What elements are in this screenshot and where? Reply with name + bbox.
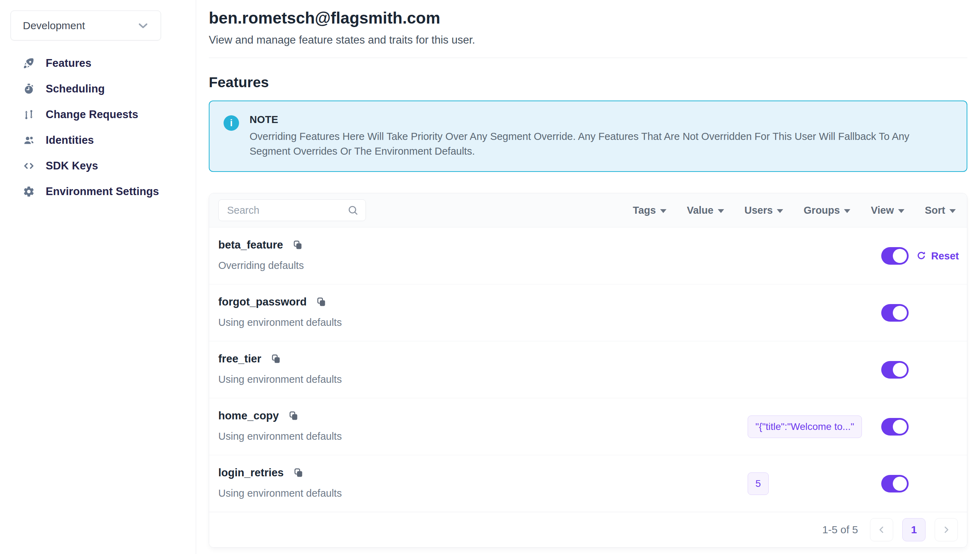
page-title: ben.rometsch@flagsmith.com [209, 8, 967, 27]
refresh-icon [916, 250, 927, 261]
filter-label: Groups [803, 205, 840, 216]
feature-status: Using environment defaults [218, 431, 342, 442]
copy-icon[interactable] [316, 296, 327, 307]
feature-name: forgot_password [218, 296, 307, 308]
sidebar-item-change-requests[interactable]: Change Requests [0, 102, 196, 127]
stopwatch-icon [22, 83, 35, 95]
features-panel: TagsValueUsersGroupsViewSort beta_featur… [209, 193, 967, 548]
copy-icon[interactable] [270, 353, 282, 365]
sidebar-item-label: Identities [46, 134, 94, 146]
note-text: Overriding Features Here Will Take Prior… [250, 129, 931, 159]
rocket-icon [22, 57, 35, 70]
gear-icon [22, 185, 35, 198]
sidebar-item-label: Change Requests [46, 108, 138, 121]
toggle-knob [893, 306, 907, 320]
feature-row[interactable]: login_retriesUsing environment defaults5 [209, 455, 967, 512]
feature-row[interactable]: free_tierUsing environment defaults [209, 341, 967, 398]
toggle-knob [893, 249, 907, 263]
reset-button[interactable]: Reset [916, 250, 959, 261]
page-number-button[interactable]: 1 [902, 518, 926, 541]
filter-label: View [871, 205, 894, 216]
sidebar-item-label: SDK Keys [46, 159, 98, 172]
code-icon [22, 159, 35, 172]
feature-toggle[interactable] [881, 361, 908, 379]
filter-label: Tags [633, 205, 656, 216]
pagination-summary: 1-5 of 5 [822, 524, 858, 536]
next-page-button[interactable] [935, 518, 958, 541]
feature-status: Using environment defaults [218, 374, 342, 385]
filter-label: Users [745, 205, 773, 216]
caret-down-icon [718, 209, 724, 213]
users-icon [22, 134, 35, 146]
sidebar: Development FeaturesSchedulingChange Req… [0, 0, 196, 554]
reset-label: Reset [931, 250, 959, 261]
caret-down-icon [660, 209, 667, 213]
sidebar-item-features[interactable]: Features [0, 50, 196, 76]
feature-toggle[interactable] [881, 418, 908, 436]
caret-down-icon [950, 209, 956, 213]
feature-toggle[interactable] [881, 304, 908, 322]
feature-name: login_retries [218, 466, 284, 479]
feature-row[interactable]: forgot_passwordUsing environment default… [209, 284, 967, 341]
filter-value[interactable]: Value [687, 205, 724, 216]
feature-rows: beta_featureOverriding defaultsResetforg… [209, 228, 967, 512]
filter-users[interactable]: Users [745, 205, 784, 216]
caret-down-icon [898, 209, 904, 213]
search-wrap [218, 199, 366, 221]
filter-sort[interactable]: Sort [925, 205, 956, 216]
sidebar-item-sdk-keys[interactable]: SDK Keys [0, 153, 196, 178]
feature-status: Using environment defaults [218, 317, 342, 328]
note-banner: i NOTE Overriding Features Here Will Tak… [209, 100, 967, 172]
pagination: 1-5 of 5 1 [209, 512, 967, 547]
sidebar-item-identities[interactable]: Identities [0, 127, 196, 153]
feature-status: Using environment defaults [218, 487, 342, 499]
sidebar-item-environment-settings[interactable]: Environment Settings [0, 178, 196, 204]
feature-name: free_tier [218, 353, 261, 365]
sidebar-item-label: Features [46, 57, 91, 70]
feature-name: home_copy [218, 409, 279, 422]
filter-bar: TagsValueUsersGroupsViewSort [633, 205, 958, 216]
filter-label: Value [687, 205, 714, 216]
main-content: ben.rometsch@flagsmith.com View and mana… [209, 0, 967, 548]
copy-icon[interactable] [292, 239, 303, 251]
git-pull-request-icon [22, 108, 35, 121]
feature-row[interactable]: home_copyUsing environment defaults"{"ti… [209, 398, 967, 455]
toggle-knob [893, 420, 907, 434]
feature-name: beta_feature [218, 239, 283, 252]
feature-value-chip[interactable]: 5 [748, 473, 769, 495]
caret-down-icon [777, 209, 783, 213]
feature-row[interactable]: beta_featureOverriding defaultsReset [209, 228, 967, 284]
note-title: NOTE [250, 114, 931, 126]
search-input[interactable] [218, 199, 366, 221]
filter-label: Sort [925, 205, 945, 216]
features-toolbar: TagsValueUsersGroupsViewSort [209, 193, 967, 228]
filter-tags[interactable]: Tags [633, 205, 667, 216]
chevron-down-icon [136, 19, 150, 33]
page-subtitle: View and manage feature states and trait… [209, 34, 967, 46]
filter-groups[interactable]: Groups [803, 205, 850, 216]
sidebar-item-scheduling[interactable]: Scheduling [0, 76, 196, 102]
copy-icon[interactable] [293, 467, 304, 478]
filter-view[interactable]: View [871, 205, 904, 216]
environment-selector[interactable]: Development [11, 11, 161, 40]
copy-icon[interactable] [288, 410, 299, 422]
feature-value-chip[interactable]: "{"title":"Welcome to..." [748, 416, 862, 438]
prev-page-button[interactable] [870, 518, 893, 541]
toggle-knob [893, 363, 907, 377]
sidebar-item-label: Scheduling [46, 83, 105, 95]
sidebar-nav: FeaturesSchedulingChange RequestsIdentit… [0, 50, 196, 204]
environment-selector-value: Development [23, 20, 85, 32]
info-icon: i [224, 115, 239, 131]
feature-status: Overriding defaults [218, 260, 304, 271]
feature-toggle[interactable] [881, 475, 908, 492]
sidebar-item-label: Environment Settings [46, 185, 159, 198]
feature-toggle[interactable] [881, 247, 908, 265]
features-section-title: Features [209, 74, 967, 91]
caret-down-icon [844, 209, 850, 213]
toggle-knob [893, 477, 907, 491]
search-icon [347, 204, 359, 216]
